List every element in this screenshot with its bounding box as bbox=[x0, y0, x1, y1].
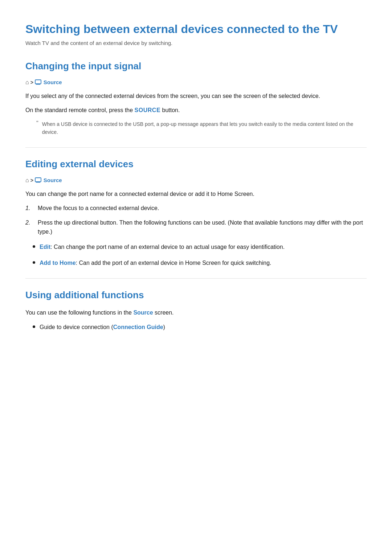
step-1-text: Move the focus to a connected external d… bbox=[38, 204, 159, 213]
home-icon-2: ⌂ bbox=[25, 177, 29, 184]
nav-path-1: ⌂ > Source bbox=[25, 79, 367, 86]
svg-rect-4 bbox=[36, 182, 40, 182]
editing-bullets: Edit: Can change the port name of an ext… bbox=[33, 242, 367, 267]
nav-path-2: ⌂ > Source bbox=[25, 177, 367, 184]
section-changing-input: Changing the input signal ⌂ > Source If … bbox=[25, 61, 367, 136]
svg-rect-2 bbox=[36, 84, 40, 85]
bullet-edit: Edit: Can change the port name of an ext… bbox=[33, 242, 367, 252]
home-icon-1: ⌂ bbox=[25, 79, 29, 86]
section-title-editing-external: Editing external devices bbox=[25, 159, 367, 170]
body-text-2: On the standard remote control, press th… bbox=[25, 106, 367, 115]
note-text-1: When a USB device is connected to the US… bbox=[42, 120, 367, 136]
additional-suffix: screen. bbox=[153, 309, 174, 316]
step-1: 1. Move the focus to a connected externa… bbox=[25, 204, 367, 213]
add-to-home-label: Add to Home bbox=[40, 260, 76, 266]
bullet-dot-home bbox=[33, 261, 35, 264]
section-title-additional: Using additional functions bbox=[25, 290, 367, 301]
divider-1 bbox=[25, 147, 367, 148]
note-quote-1: " bbox=[36, 120, 38, 127]
bullet-add-to-home: Add to Home: Can add the port of an exte… bbox=[33, 258, 367, 268]
path-source-label-1: Source bbox=[44, 79, 62, 85]
step-2: 2. Press the up directional button. Then… bbox=[25, 218, 367, 237]
section-title-changing-input: Changing the input signal bbox=[25, 61, 367, 72]
connection-guide-text: Guide to device connection (Connection G… bbox=[40, 323, 165, 332]
steps-list: 1. Move the focus to a connected externa… bbox=[25, 204, 367, 237]
section-additional-functions: Using additional functions You can use t… bbox=[25, 290, 367, 332]
note-block-1: " When a USB device is connected to the … bbox=[36, 120, 367, 136]
body-text-editing-1: You can change the port name for a conne… bbox=[25, 189, 367, 199]
bullet-dot-edit bbox=[33, 245, 35, 248]
divider-2 bbox=[25, 278, 367, 279]
page-title: Switching between external devices conne… bbox=[25, 22, 367, 37]
bullet-connection-guide: Guide to device connection (Connection G… bbox=[33, 323, 367, 332]
source-highlight: SOURCE bbox=[135, 107, 160, 113]
step-2-num: 2. bbox=[25, 218, 33, 237]
source-highlight-additional: Source bbox=[133, 309, 153, 316]
body-text-2-suffix: button. bbox=[160, 107, 180, 113]
source-icon-2 bbox=[35, 177, 41, 183]
body-text-1: If you select any of the connected exter… bbox=[25, 91, 367, 101]
path-arrow-1: > bbox=[30, 79, 33, 85]
bullet-dot-guide bbox=[33, 325, 35, 328]
source-icon-1 bbox=[35, 79, 41, 85]
connection-guide-suffix: ) bbox=[163, 324, 165, 330]
edit-text: : Can change the port name of an externa… bbox=[50, 244, 285, 250]
step-2-text: Press the up directional button. Then th… bbox=[38, 218, 367, 237]
add-to-home-text: : Can add the port of an external device… bbox=[76, 260, 271, 266]
section-editing-external: Editing external devices ⌂ > Source You … bbox=[25, 159, 367, 268]
body-text-2-prefix: On the standard remote control, press th… bbox=[25, 107, 135, 113]
additional-bullets: Guide to device connection (Connection G… bbox=[33, 323, 367, 332]
page-subtitle: Watch TV and the content of an external … bbox=[25, 40, 367, 46]
svg-rect-0 bbox=[35, 80, 41, 84]
step-1-num: 1. bbox=[25, 204, 33, 213]
connection-guide-label: Connection Guide bbox=[113, 324, 163, 330]
connection-guide-prefix: Guide to device connection ( bbox=[40, 324, 113, 330]
svg-rect-3 bbox=[35, 178, 41, 182]
body-text-additional: You can use the following functions in t… bbox=[25, 308, 367, 317]
path-arrow-2: > bbox=[30, 177, 33, 183]
bullet-edit-text: Edit: Can change the port name of an ext… bbox=[40, 242, 285, 252]
bullet-home-text: Add to Home: Can add the port of an exte… bbox=[40, 258, 271, 268]
edit-label: Edit bbox=[40, 244, 50, 250]
additional-prefix: You can use the following functions in t… bbox=[25, 309, 133, 316]
path-source-label-2: Source bbox=[44, 177, 62, 183]
